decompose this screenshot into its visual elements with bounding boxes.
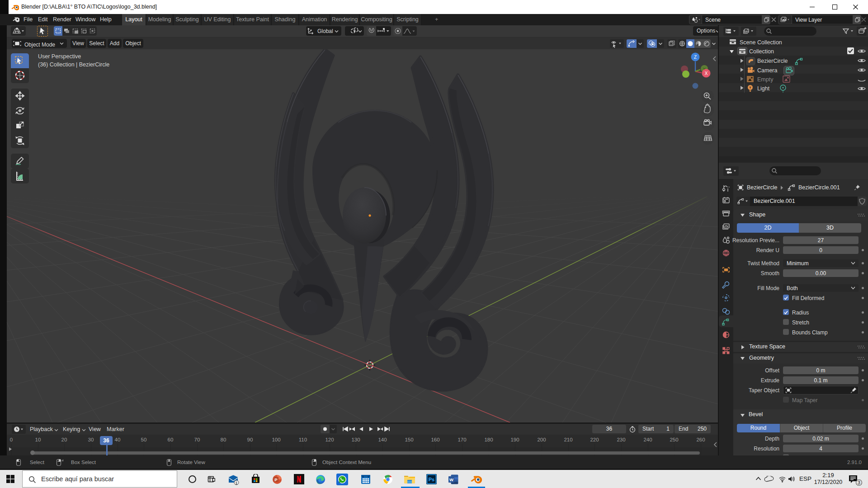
svg-text:W: W: [449, 477, 453, 482]
svg-text:X: X: [705, 71, 708, 76]
svg-text:Ps: Ps: [429, 477, 434, 482]
svg-text:(36) Collection | BezierCircle: (36) Collection | BezierCircle: [38, 61, 109, 68]
svg-text:3: 3: [858, 480, 860, 485]
svg-text:1: 1: [235, 480, 237, 485]
svg-text:P: P: [274, 477, 278, 482]
svg-text:User Perspective: User Perspective: [38, 53, 81, 60]
svg-text:Z: Z: [694, 55, 697, 60]
